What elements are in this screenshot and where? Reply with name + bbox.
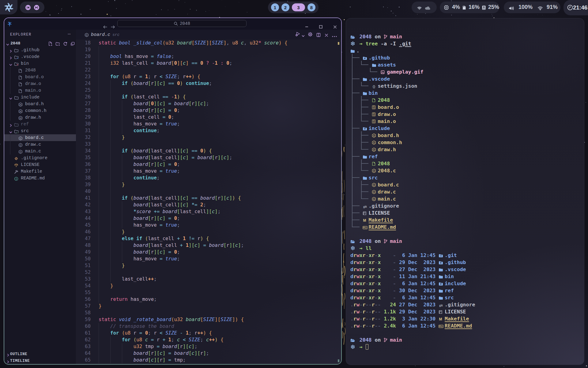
svg-text:H: H bbox=[20, 103, 21, 106]
svg-text:C: C bbox=[373, 183, 375, 186]
svg-text:C: C bbox=[373, 141, 375, 144]
svg-text:10: 10 bbox=[373, 114, 375, 116]
svg-text:M: M bbox=[363, 218, 366, 222]
svg-text:C: C bbox=[86, 34, 87, 36]
svg-text:C: C bbox=[20, 144, 21, 146]
svg-text:10: 10 bbox=[373, 107, 375, 109]
svg-text:C: C bbox=[373, 169, 375, 172]
svg-text:C: C bbox=[20, 151, 21, 153]
svg-text:git: git bbox=[363, 205, 367, 208]
svg-text:C: C bbox=[373, 197, 375, 200]
svg-text:10: 10 bbox=[373, 121, 375, 123]
svg-text:C: C bbox=[373, 190, 375, 193]
svg-text:{}: {} bbox=[372, 84, 375, 88]
svg-text:(): () bbox=[16, 132, 18, 133]
svg-text:git: git bbox=[439, 304, 443, 307]
svg-text:H: H bbox=[20, 117, 21, 120]
svg-text:M: M bbox=[439, 317, 442, 321]
svg-text:C: C bbox=[20, 137, 21, 139]
svg-text:C: C bbox=[373, 148, 375, 151]
svg-text:C: C bbox=[373, 134, 375, 137]
svg-text:H: H bbox=[20, 110, 21, 113]
